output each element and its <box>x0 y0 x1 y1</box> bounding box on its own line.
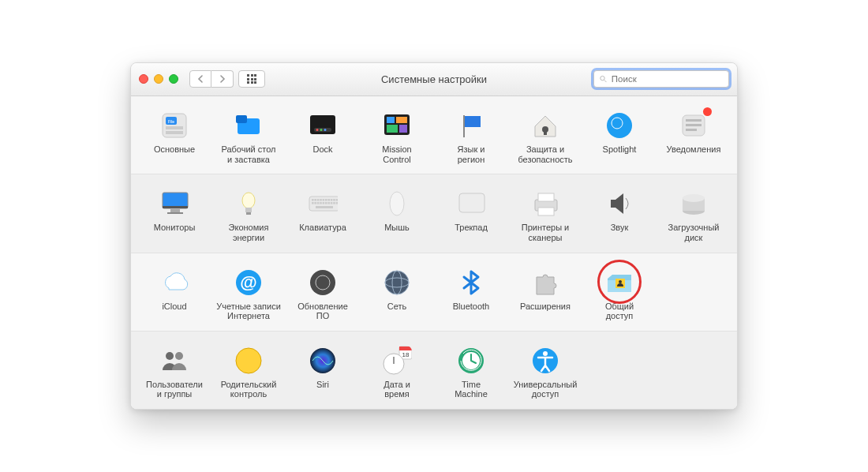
svg-point-11 <box>316 129 319 131</box>
svg-rect-15 <box>387 117 395 123</box>
svg-rect-28 <box>686 129 697 131</box>
svg-text:File: File <box>168 119 174 124</box>
pref-dock[interactable]: Dock <box>286 107 360 166</box>
pref-icloud[interactable]: iCloud <box>137 264 211 323</box>
pref-trackpad[interactable]: Трекпад <box>434 185 508 244</box>
pref-startup[interactable]: Загрузочный диск <box>657 185 731 244</box>
pref-label: Принтеры и сканеры <box>522 223 570 242</box>
bt-icon <box>455 266 488 299</box>
pref-sound[interactable]: Звук <box>582 185 657 244</box>
svg-rect-37 <box>312 199 314 201</box>
pref-bluetooth[interactable]: Bluetooth <box>434 264 508 323</box>
search-field[interactable] <box>593 70 729 88</box>
pref-printers[interactable]: Принтеры и сканеры <box>508 185 582 244</box>
pref-siri[interactable]: Siri <box>286 343 360 401</box>
pref-datetime[interactable]: 18Дата и время <box>360 343 434 401</box>
gear-icon <box>306 266 339 299</box>
svg-rect-44 <box>331 199 333 201</box>
pref-sharing[interactable]: Общий доступ <box>582 264 657 323</box>
svg-rect-31 <box>170 209 180 212</box>
pref-label: Клавиатура <box>299 223 346 233</box>
pref-parental[interactable]: Родительский контроль <box>211 343 286 401</box>
svg-rect-40 <box>320 199 322 201</box>
pref-label: Основные <box>154 144 195 155</box>
zoom-icon[interactable] <box>169 74 178 84</box>
search-input[interactable] <box>612 74 724 84</box>
pref-label: Язык и регион <box>458 144 485 164</box>
prefs-grid: FileОсновныеРабочий стол и заставкаDockM… <box>131 96 737 409</box>
pref-label: Уведомления <box>667 144 721 155</box>
pref-displays[interactable]: Мониторы <box>137 185 211 244</box>
prefs-row: iCloud@Учетные записи ИнтернетаОбновлени… <box>131 253 737 332</box>
globe-icon <box>380 266 413 299</box>
pref-language[interactable]: Язык и регион <box>434 107 508 166</box>
icloud-icon <box>158 266 191 299</box>
pref-energy[interactable]: Экономия энергии <box>211 185 286 244</box>
pref-update[interactable]: Обновление ПО <box>286 264 360 323</box>
svg-rect-21 <box>544 129 547 135</box>
pref-users[interactable]: Пользователи и группы <box>137 343 211 401</box>
svg-rect-61 <box>538 193 554 201</box>
pref-spotlight[interactable]: Spotlight <box>582 107 657 166</box>
pref-label: Мышь <box>384 223 410 233</box>
svg-rect-27 <box>686 124 702 126</box>
svg-rect-91 <box>399 347 412 350</box>
svg-rect-50 <box>320 202 322 204</box>
pref-desktop[interactable]: Рабочий стол и заставка <box>211 107 286 166</box>
clock-icon: 18 <box>380 344 413 377</box>
general-icon: File <box>158 109 191 142</box>
svg-point-100 <box>543 351 548 356</box>
pref-label: Сеть <box>387 302 406 312</box>
pref-accessibility[interactable]: Универсальный доступ <box>508 343 582 401</box>
svg-rect-32 <box>167 212 183 214</box>
pref-security[interactable]: Защита и безопасность <box>508 107 582 166</box>
svg-line-1 <box>604 81 607 83</box>
at-icon: @ <box>232 266 265 299</box>
svg-rect-51 <box>323 202 325 204</box>
svg-rect-35 <box>246 212 251 215</box>
show-all-button[interactable] <box>238 70 265 88</box>
pref-network[interactable]: Сеть <box>360 264 434 323</box>
house-icon <box>529 109 562 142</box>
chevron-right-icon <box>219 75 226 83</box>
pref-mission[interactable]: Mission Control <box>360 107 434 166</box>
svg-point-0 <box>600 77 604 81</box>
pref-label: Универсальный доступ <box>514 380 578 399</box>
svg-rect-52 <box>325 202 327 204</box>
pref-notifications[interactable]: Уведомления <box>657 107 731 166</box>
svg-rect-56 <box>336 202 338 204</box>
minimize-icon[interactable] <box>154 74 163 84</box>
pref-timemachine[interactable]: Time Machine <box>434 343 508 401</box>
svg-point-58 <box>390 192 404 215</box>
svg-text:18: 18 <box>402 351 410 358</box>
prefs-row: МониторыЭкономия энергииКлавиатураМышьТр… <box>131 174 737 253</box>
svg-rect-42 <box>325 199 327 201</box>
svg-point-68 <box>310 270 335 295</box>
svg-rect-62 <box>538 208 554 215</box>
pref-label: Трекпад <box>455 223 488 233</box>
svg-point-22 <box>607 113 632 138</box>
pref-label: iCloud <box>162 302 186 312</box>
pref-mouse[interactable]: Мышь <box>360 185 434 244</box>
keyboard-icon <box>306 187 339 220</box>
display-icon <box>158 187 191 220</box>
back-button[interactable] <box>189 70 211 88</box>
svg-rect-53 <box>327 202 330 204</box>
close-icon[interactable] <box>139 74 148 84</box>
pref-general[interactable]: FileОсновные <box>137 107 211 166</box>
prefs-row: Пользователи и группыРодительский контро… <box>131 332 737 409</box>
puzzle-icon <box>529 266 562 299</box>
forward-button[interactable] <box>211 70 234 88</box>
svg-rect-57 <box>316 206 333 208</box>
pref-extensions[interactable]: Расширения <box>508 264 582 323</box>
mission-icon <box>380 109 413 142</box>
pref-keyboard[interactable]: Клавиатура <box>286 185 360 244</box>
pref-label: Mission Control <box>382 144 411 164</box>
svg-rect-54 <box>331 202 333 204</box>
svg-rect-26 <box>686 119 702 122</box>
pref-accounts[interactable]: @Учетные записи Интернета <box>211 264 286 323</box>
svg-point-86 <box>175 352 183 360</box>
timemachine-icon <box>455 344 488 377</box>
pref-label: Siri <box>316 380 329 390</box>
pref-label: Bluetooth <box>453 302 489 312</box>
